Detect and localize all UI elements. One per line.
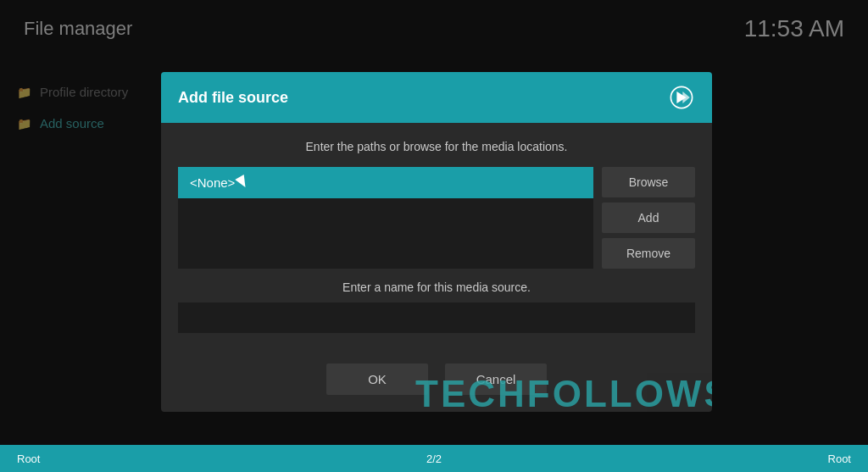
dialog-footer: OK Cancel <box>161 350 712 412</box>
path-list-item[interactable]: <None> <box>178 167 593 198</box>
browse-button[interactable]: Browse <box>602 167 695 197</box>
dialog-instruction-bottom: Enter a name for this media source. <box>178 280 695 294</box>
media-source-name-input[interactable] <box>178 303 695 333</box>
kodi-logo-icon <box>668 84 695 111</box>
bottom-right-label: Root <box>828 453 851 465</box>
dialog-body: Enter the paths or browse for the media … <box>161 123 712 350</box>
bottom-left-label: Root <box>17 453 40 465</box>
ok-button[interactable]: OK <box>326 364 428 395</box>
path-list: <None> <box>178 167 593 269</box>
cancel-button[interactable]: Cancel <box>445 364 547 395</box>
path-area: <None> Browse Add Remove <box>178 167 695 269</box>
add-button[interactable]: Add <box>602 203 695 233</box>
bottom-center-label: 2/2 <box>426 453 442 465</box>
svg-marker-2 <box>682 92 689 103</box>
name-area: Enter a name for this media source. <box>178 280 695 333</box>
add-file-source-dialog: Add file source Enter the paths or brows… <box>161 72 712 412</box>
path-buttons: Browse Add Remove <box>602 167 695 269</box>
dialog-instruction-top: Enter the paths or browse for the media … <box>178 140 695 153</box>
remove-button[interactable]: Remove <box>602 238 695 269</box>
bottom-bar: Root 2/2 Root <box>0 445 868 472</box>
dialog-title: Add file source <box>178 89 288 107</box>
dialog-header: Add file source <box>161 72 712 123</box>
